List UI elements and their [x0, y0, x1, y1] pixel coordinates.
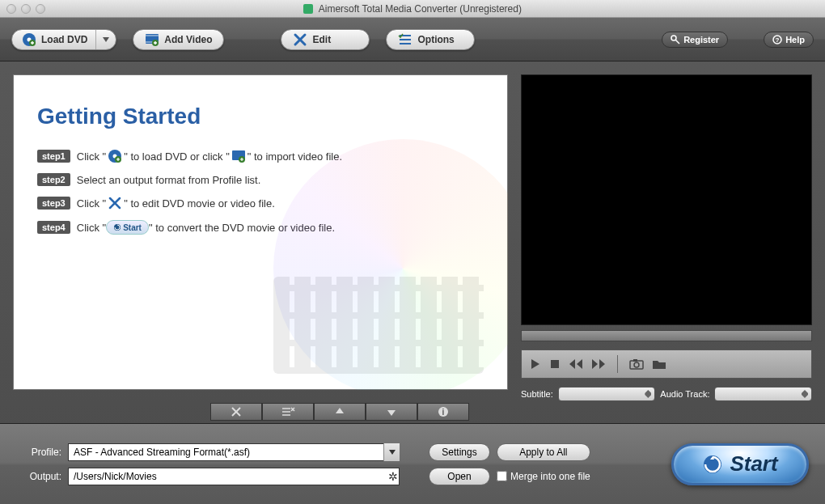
start-spin-icon [702, 454, 723, 475]
add-video-button[interactable]: Add Video [133, 29, 224, 50]
app-icon [303, 4, 313, 14]
profile-label: Profile: [13, 447, 61, 458]
audio-track-dropdown[interactable] [714, 387, 812, 401]
output-label: Output: [13, 471, 61, 482]
content-panel: Getting Started step1 Click " " to load … [13, 74, 508, 390]
svg-text:i: i [442, 408, 445, 417]
playback-controls [521, 349, 812, 379]
svg-point-21 [634, 362, 639, 367]
remove-item-button[interactable] [210, 403, 262, 421]
snapshot-icon[interactable] [629, 358, 644, 370]
merge-checkbox[interactable]: Merge into one file [497, 471, 590, 482]
getting-started-title: Getting Started [37, 104, 484, 129]
list-check-icon [398, 32, 412, 47]
help-button[interactable]: ? Help [764, 32, 814, 48]
svg-rect-22 [633, 359, 637, 362]
dvd-plus-icon [22, 32, 36, 47]
video-plus-icon [145, 32, 159, 47]
key-icon [671, 35, 680, 44]
options-button[interactable]: Options [386, 29, 475, 50]
info-button[interactable]: i [417, 403, 469, 421]
film-watermark [273, 277, 484, 374]
folder-icon[interactable] [652, 358, 666, 370]
bottom-panel: Profile: Settings Apply to All Output: ✲… [0, 423, 825, 504]
tools-icon [108, 196, 122, 210]
video-plus-icon [231, 149, 246, 163]
profile-dropdown-arrow[interactable] [383, 443, 400, 461]
move-down-button[interactable] [366, 403, 417, 421]
tools-icon [293, 32, 307, 47]
settings-button[interactable]: Settings [429, 443, 490, 461]
start-button[interactable]: Start [671, 443, 809, 485]
merge-checkbox-input[interactable] [497, 471, 507, 481]
svg-text:?: ? [776, 36, 780, 44]
subtitle-label: Subtitle: [521, 389, 553, 399]
register-button[interactable]: Register [662, 32, 728, 48]
help-icon: ? [772, 35, 782, 44]
move-up-button[interactable] [314, 403, 366, 421]
main-toolbar: Load DVD Add Video Edit Options Register… [0, 18, 825, 61]
output-input[interactable] [68, 468, 400, 485]
stop-icon[interactable] [549, 358, 561, 370]
titlebar: Aimersoft Total Media Converter (Unregis… [0, 0, 825, 18]
load-dvd-dropdown[interactable] [95, 30, 116, 49]
gear-icon[interactable]: ✲ [388, 470, 398, 483]
rewind-icon[interactable] [569, 358, 583, 370]
subtitle-dropdown[interactable] [558, 387, 656, 401]
play-icon[interactable] [530, 358, 541, 370]
profile-combo[interactable] [68, 443, 400, 461]
apply-to-all-button[interactable]: Apply to All [497, 443, 590, 461]
svg-rect-9 [400, 43, 411, 44]
profile-input[interactable] [68, 443, 400, 461]
edit-button[interactable]: Edit [281, 29, 370, 50]
svg-rect-8 [400, 39, 411, 40]
clear-all-button[interactable] [262, 403, 314, 421]
svg-rect-19 [551, 360, 559, 368]
open-button[interactable]: Open [429, 468, 490, 485]
forward-icon[interactable] [591, 358, 606, 370]
start-pill-demo: Start [106, 220, 149, 235]
output-field[interactable]: ✲ [68, 468, 400, 485]
load-dvd-button[interactable]: Load DVD [11, 29, 116, 50]
preview-area [521, 74, 812, 325]
window-title: Aimersoft Total Media Converter (Unregis… [0, 3, 825, 15]
audio-track-label: Audio Track: [660, 389, 709, 399]
timeline-scrubber[interactable] [521, 330, 812, 341]
svg-rect-4 [146, 35, 159, 36]
dvd-plus-icon [108, 149, 122, 163]
